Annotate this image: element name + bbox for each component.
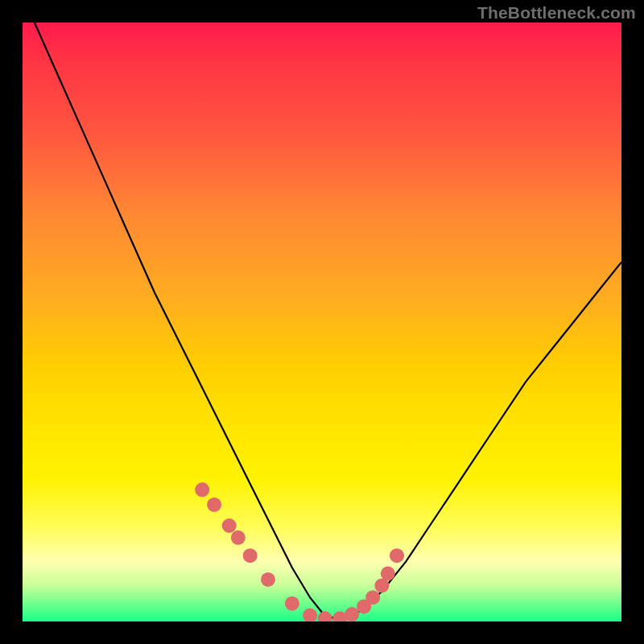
bottleneck-curve — [35, 23, 621, 618]
highlight-dot — [261, 572, 275, 587]
highlight-dot — [222, 518, 237, 533]
highlight-dot — [303, 609, 317, 621]
highlight-dot — [207, 497, 221, 512]
highlight-dot — [381, 567, 395, 581]
highlight-dot — [318, 611, 332, 621]
highlight-dot — [231, 530, 246, 545]
watermark-text: TheBottleneck.com — [477, 3, 636, 23]
highlight-dot — [365, 590, 380, 605]
highlight-dot — [195, 482, 209, 497]
highlight-dot — [285, 597, 299, 611]
highlight-dot — [390, 548, 404, 563]
plot-area — [23, 23, 621, 621]
curve-layer — [23, 23, 621, 621]
highlight-dot — [345, 607, 359, 621]
chart-frame: TheBottleneck.com — [0, 0, 644, 644]
highlight-dot — [243, 548, 258, 563]
highlight-dots — [195, 482, 404, 621]
